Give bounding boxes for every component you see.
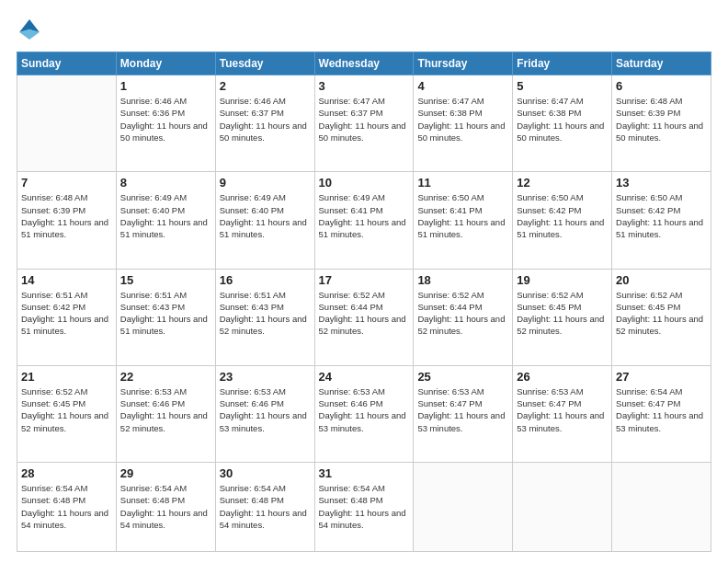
day-info: Sunrise: 6:49 AMSunset: 6:40 PMDaylight:…: [120, 191, 211, 240]
day-number: 24: [319, 370, 410, 384]
calendar-cell: 5Sunrise: 6:47 AMSunset: 6:38 PMDaylight…: [513, 75, 612, 172]
day-number: 5: [517, 79, 608, 93]
day-number: 29: [120, 466, 211, 480]
calendar-cell: 7Sunrise: 6:48 AMSunset: 6:39 PMDaylight…: [17, 172, 117, 269]
page: SundayMondayTuesdayWednesdayThursdayFrid…: [0, 0, 728, 563]
day-info: Sunrise: 6:50 AMSunset: 6:42 PMDaylight:…: [616, 191, 707, 240]
day-number: 13: [616, 176, 707, 190]
day-info: Sunrise: 6:50 AMSunset: 6:41 PMDaylight:…: [417, 191, 508, 240]
day-info: Sunrise: 6:48 AMSunset: 6:39 PMDaylight:…: [21, 191, 112, 240]
day-info: Sunrise: 6:53 AMSunset: 6:46 PMDaylight:…: [220, 385, 311, 434]
day-number: 17: [319, 273, 410, 287]
day-info: Sunrise: 6:47 AMSunset: 6:37 PMDaylight:…: [319, 95, 410, 144]
calendar-table: SundayMondayTuesdayWednesdayThursdayFrid…: [17, 52, 711, 552]
day-number: 26: [517, 370, 608, 384]
calendar-cell: 28Sunrise: 6:54 AMSunset: 6:48 PMDayligh…: [17, 463, 117, 552]
day-info: Sunrise: 6:47 AMSunset: 6:38 PMDaylight:…: [417, 95, 508, 144]
day-info: Sunrise: 6:53 AMSunset: 6:46 PMDaylight:…: [319, 385, 410, 434]
calendar-cell: 18Sunrise: 6:52 AMSunset: 6:44 PMDayligh…: [414, 269, 513, 365]
day-number: 2: [220, 79, 311, 93]
calendar-cell: 11Sunrise: 6:50 AMSunset: 6:41 PMDayligh…: [414, 172, 513, 269]
day-number: 31: [319, 466, 410, 480]
day-info: Sunrise: 6:53 AMSunset: 6:46 PMDaylight:…: [120, 385, 211, 434]
calendar-cell: 16Sunrise: 6:51 AMSunset: 6:43 PMDayligh…: [215, 269, 314, 365]
day-info: Sunrise: 6:54 AMSunset: 6:47 PMDaylight:…: [616, 385, 707, 434]
day-number: 11: [417, 176, 508, 190]
calendar-cell: 24Sunrise: 6:53 AMSunset: 6:46 PMDayligh…: [314, 365, 414, 462]
day-info: Sunrise: 6:53 AMSunset: 6:47 PMDaylight:…: [417, 385, 508, 434]
day-info: Sunrise: 6:52 AMSunset: 6:44 PMDaylight:…: [417, 289, 508, 338]
day-number: 15: [120, 273, 211, 287]
day-info: Sunrise: 6:49 AMSunset: 6:41 PMDaylight:…: [319, 191, 410, 240]
calendar-cell: 23Sunrise: 6:53 AMSunset: 6:46 PMDayligh…: [215, 365, 314, 462]
calendar-cell: 3Sunrise: 6:47 AMSunset: 6:37 PMDaylight…: [314, 75, 414, 172]
day-info: Sunrise: 6:53 AMSunset: 6:47 PMDaylight:…: [517, 385, 608, 434]
day-info: Sunrise: 6:52 AMSunset: 6:45 PMDaylight:…: [616, 289, 707, 338]
day-number: 4: [417, 79, 508, 93]
calendar-body: 1Sunrise: 6:46 AMSunset: 6:36 PMDaylight…: [17, 75, 711, 552]
calendar-cell: 26Sunrise: 6:53 AMSunset: 6:47 PMDayligh…: [513, 365, 612, 462]
calendar-cell: 15Sunrise: 6:51 AMSunset: 6:43 PMDayligh…: [116, 269, 215, 365]
calendar-cell: 2Sunrise: 6:46 AMSunset: 6:37 PMDaylight…: [215, 75, 314, 172]
weekday-header-wednesday: Wednesday: [314, 52, 414, 75]
day-info: Sunrise: 6:47 AMSunset: 6:38 PMDaylight:…: [517, 95, 608, 144]
day-info: Sunrise: 6:51 AMSunset: 6:43 PMDaylight:…: [120, 289, 211, 338]
day-number: 19: [517, 273, 608, 287]
day-number: 30: [220, 466, 311, 480]
calendar-week-1: 7Sunrise: 6:48 AMSunset: 6:39 PMDaylight…: [17, 172, 711, 269]
weekday-header-saturday: Saturday: [612, 52, 711, 75]
calendar-cell: 9Sunrise: 6:49 AMSunset: 6:40 PMDaylight…: [215, 172, 314, 269]
calendar-cell: [414, 463, 513, 552]
calendar-cell: 4Sunrise: 6:47 AMSunset: 6:38 PMDaylight…: [414, 75, 513, 172]
day-number: 18: [417, 273, 508, 287]
day-info: Sunrise: 6:46 AMSunset: 6:37 PMDaylight:…: [220, 95, 311, 144]
weekday-header-thursday: Thursday: [414, 52, 513, 75]
weekday-header-monday: Monday: [116, 52, 215, 75]
calendar-week-0: 1Sunrise: 6:46 AMSunset: 6:36 PMDaylight…: [17, 75, 711, 172]
day-number: 7: [21, 176, 112, 190]
day-number: 23: [220, 370, 311, 384]
day-info: Sunrise: 6:54 AMSunset: 6:48 PMDaylight:…: [21, 482, 112, 531]
calendar-week-2: 14Sunrise: 6:51 AMSunset: 6:42 PMDayligh…: [17, 269, 711, 365]
day-number: 28: [21, 466, 112, 480]
day-number: 12: [517, 176, 608, 190]
calendar-cell: 13Sunrise: 6:50 AMSunset: 6:42 PMDayligh…: [612, 172, 711, 269]
day-info: Sunrise: 6:54 AMSunset: 6:48 PMDaylight:…: [319, 482, 410, 531]
weekday-header-friday: Friday: [513, 52, 612, 75]
day-number: 22: [120, 370, 211, 384]
calendar-cell: 14Sunrise: 6:51 AMSunset: 6:42 PMDayligh…: [17, 269, 117, 365]
calendar-cell: 19Sunrise: 6:52 AMSunset: 6:45 PMDayligh…: [513, 269, 612, 365]
calendar-cell: 31Sunrise: 6:54 AMSunset: 6:48 PMDayligh…: [314, 463, 414, 552]
day-number: 16: [220, 273, 311, 287]
day-info: Sunrise: 6:50 AMSunset: 6:42 PMDaylight:…: [517, 191, 608, 240]
calendar-cell: [17, 75, 117, 172]
day-info: Sunrise: 6:49 AMSunset: 6:40 PMDaylight:…: [220, 191, 311, 240]
day-number: 3: [319, 79, 410, 93]
calendar-cell: 1Sunrise: 6:46 AMSunset: 6:36 PMDaylight…: [116, 75, 215, 172]
day-number: 14: [21, 273, 112, 287]
day-info: Sunrise: 6:51 AMSunset: 6:42 PMDaylight:…: [21, 289, 112, 338]
calendar-cell: [513, 463, 612, 552]
header: [17, 17, 711, 42]
weekday-header-tuesday: Tuesday: [215, 52, 314, 75]
day-info: Sunrise: 6:52 AMSunset: 6:45 PMDaylight:…: [21, 385, 112, 434]
calendar-cell: 25Sunrise: 6:53 AMSunset: 6:47 PMDayligh…: [414, 365, 513, 462]
calendar-cell: 6Sunrise: 6:48 AMSunset: 6:39 PMDaylight…: [612, 75, 711, 172]
calendar-cell: 29Sunrise: 6:54 AMSunset: 6:48 PMDayligh…: [116, 463, 215, 552]
calendar-cell: 20Sunrise: 6:52 AMSunset: 6:45 PMDayligh…: [612, 269, 711, 365]
calendar-week-3: 21Sunrise: 6:52 AMSunset: 6:45 PMDayligh…: [17, 365, 711, 462]
calendar-cell: 10Sunrise: 6:49 AMSunset: 6:41 PMDayligh…: [314, 172, 414, 269]
calendar-cell: 8Sunrise: 6:49 AMSunset: 6:40 PMDaylight…: [116, 172, 215, 269]
calendar-cell: 12Sunrise: 6:50 AMSunset: 6:42 PMDayligh…: [513, 172, 612, 269]
day-number: 6: [616, 79, 707, 93]
calendar-header-row: SundayMondayTuesdayWednesdayThursdayFrid…: [17, 52, 711, 75]
calendar-cell: 17Sunrise: 6:52 AMSunset: 6:44 PMDayligh…: [314, 269, 414, 365]
day-info: Sunrise: 6:52 AMSunset: 6:45 PMDaylight:…: [517, 289, 608, 338]
logo-icon: [17, 17, 42, 42]
calendar-cell: 30Sunrise: 6:54 AMSunset: 6:48 PMDayligh…: [215, 463, 314, 552]
day-number: 20: [616, 273, 707, 287]
logo: [17, 17, 46, 42]
day-number: 10: [319, 176, 410, 190]
day-number: 25: [417, 370, 508, 384]
day-info: Sunrise: 6:46 AMSunset: 6:36 PMDaylight:…: [120, 95, 211, 144]
